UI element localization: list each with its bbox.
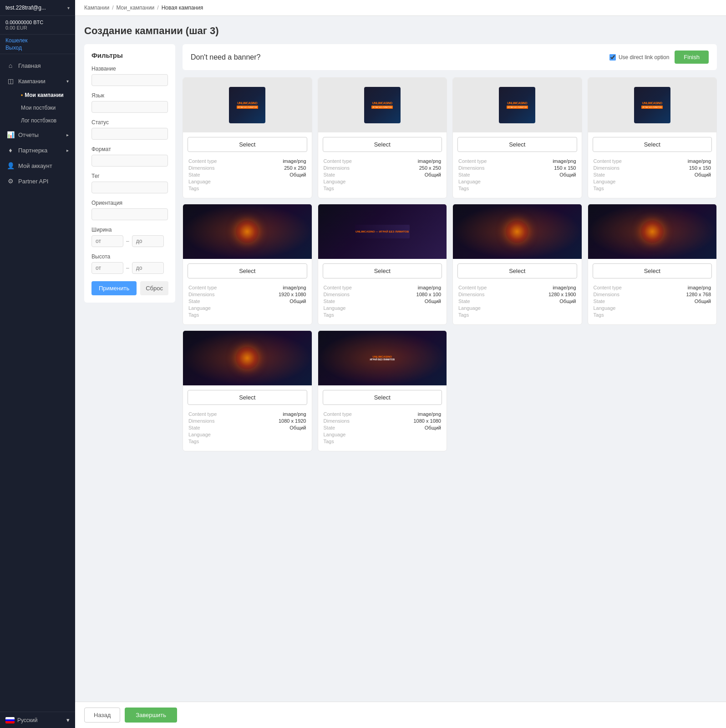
- direct-link-checkbox[interactable]: [609, 54, 616, 61]
- banner-preview-9: [183, 331, 312, 385]
- language-selector[interactable]: Русский ▾: [0, 712, 75, 728]
- banner-preview-8: [588, 204, 717, 259]
- banner-image-2: UNLIMCASINO ИГРАЙ БЕЗ ЛИМИТОВ: [364, 87, 401, 123]
- select-button-3[interactable]: Select: [457, 137, 577, 152]
- filter-label-status: Статус: [91, 119, 168, 126]
- breadcrumb-my-campaigns[interactable]: Мои_кампании: [116, 5, 154, 11]
- banner-meta-7: Content typeimage/png Dimensions1280 x 1…: [453, 283, 582, 324]
- banner-image-4: UNLIMCASINO ИГРАЙ БЕЗ ЛИМИТОВ: [634, 87, 670, 123]
- main-content: Кампании / Мои_кампании / Новая кампания…: [75, 0, 726, 728]
- breadcrumb-sep-2: /: [157, 5, 158, 11]
- banner-grid: UNLIMCASINO ИГРАЙ БЕЗ ЛИМИТОВ Select Con…: [183, 77, 717, 451]
- account-selector[interactable]: test.228traf@g... ▾: [0, 0, 75, 16]
- sidebar-item-campaigns[interactable]: ◫ Кампании ▾: [0, 73, 75, 89]
- banner-card-6: UNLIMCASINO — ИГРАЙ БЕЗ ЛИМИТОВ Select C…: [318, 204, 447, 325]
- filter-input-language[interactable]: [91, 101, 168, 113]
- meta-key-tags-1: Tags: [188, 186, 199, 191]
- reset-filters-button[interactable]: Сброс: [140, 281, 168, 295]
- filter-input-orientation[interactable]: [91, 208, 168, 220]
- apply-filters-button[interactable]: Применить: [91, 281, 137, 295]
- finish-main-button[interactable]: Завершить: [125, 708, 177, 723]
- banner-card-2: UNLIMCASINO ИГРАЙ БЕЗ ЛИМИТОВ Select Con…: [318, 77, 447, 198]
- filter-input-name[interactable]: [91, 74, 168, 86]
- filter-height-to[interactable]: [132, 262, 164, 274]
- filter-range-sep-height: –: [126, 265, 129, 271]
- banner-card-7: Select Content typeimage/png Dimensions1…: [452, 204, 582, 325]
- select-button-2[interactable]: Select: [323, 137, 442, 152]
- sidebar-item-home[interactable]: ⌂ Главная: [0, 58, 75, 73]
- sidebar-item-partner[interactable]: ♦ Партнерка ▸: [0, 142, 75, 158]
- logout-link[interactable]: Выход: [5, 45, 70, 51]
- banner-image-5: [183, 204, 312, 259]
- filter-group-name: Название: [91, 66, 168, 86]
- campaigns-icon: ◫: [6, 77, 15, 85]
- filter-input-tag[interactable]: [91, 182, 168, 193]
- filters-title: Фильтры: [91, 51, 168, 59]
- banner-area: Don't need a banner? Use direct link opt…: [183, 44, 717, 451]
- filter-width-from[interactable]: [91, 235, 123, 247]
- account-chevron-icon: ▾: [67, 5, 70, 10]
- account-email: test.228traf@g...: [5, 5, 46, 11]
- btc-balance: 0.00000000 BTC: [5, 20, 70, 25]
- finish-button-top[interactable]: Finish: [675, 51, 709, 64]
- filter-group-height: Высота –: [91, 253, 168, 274]
- banner-preview-6: UNLIMCASINO — ИГРАЙ БЕЗ ЛИМИТОВ: [318, 204, 447, 259]
- sidebar-item-partner-api[interactable]: ⚙ Partner API: [0, 173, 75, 189]
- banner-meta-4: Content typeimage/png Dimensions150 x 15…: [588, 157, 717, 198]
- my-account-label: Мой аккаунт: [18, 162, 52, 169]
- sidebar-item-postback-log[interactable]: Лог постбэков: [16, 114, 75, 127]
- banner-preview-10: UNLIMCASINO ИГРАЙ БЕЗ ЛИМИТОВ: [318, 331, 447, 385]
- eur-balance: 0.00 EUR: [5, 25, 70, 30]
- language-label: Русский: [17, 717, 64, 723]
- sidebar-item-reports[interactable]: 📊 Отчеты ▸: [0, 127, 75, 142]
- wallet-link[interactable]: Кошелек: [5, 37, 70, 44]
- banner-card-9: Select Content typeimage/png Dimensions1…: [183, 330, 312, 451]
- banner-card-5: Select Content typeimage/png Dimensions1…: [183, 204, 312, 325]
- banner-card-3: UNLIMCASINO ИГРАЙ БЕЗ ЛИМИТОВ Select Con…: [452, 77, 582, 198]
- breadcrumb-sep-1: /: [112, 5, 113, 11]
- banner-image-3: UNLIMCASINO ИГРАЙ БЕЗ ЛИМИТОВ: [499, 87, 535, 123]
- filter-width-to[interactable]: [132, 235, 164, 247]
- banner-preview-4: UNLIMCASINO ИГРАЙ БЕЗ ЛИМИТОВ: [588, 78, 717, 132]
- banner-meta-10: Content typeimage/png Dimensions1080 x 1…: [318, 410, 447, 451]
- breadcrumb: Кампании / Мои_кампании / Новая кампания: [75, 0, 726, 16]
- direct-link-checkbox-wrap: Use direct link option: [609, 54, 669, 61]
- select-button-8[interactable]: Select: [593, 263, 712, 278]
- sidebar-item-my-postbacks[interactable]: Мои постбэки: [16, 101, 75, 114]
- select-button-7[interactable]: Select: [457, 263, 577, 278]
- reports-icon: 📊: [6, 131, 15, 138]
- banner-card-1: UNLIMCASINO ИГРАЙ БЕЗ ЛИМИТОВ Select Con…: [183, 77, 312, 198]
- balance-section: 0.00000000 BTC 0.00 EUR: [0, 16, 75, 35]
- sidebar-item-my-campaigns[interactable]: Мои кампании: [16, 89, 75, 101]
- select-button-10[interactable]: Select: [323, 390, 442, 405]
- filter-height-from[interactable]: [91, 262, 123, 274]
- sidebar-item-my-account[interactable]: 👤 Мой аккаунт: [0, 158, 75, 173]
- select-button-6[interactable]: Select: [323, 263, 442, 278]
- page-title: Создание кампании (шаг 3): [84, 25, 717, 37]
- select-button-9[interactable]: Select: [188, 390, 307, 405]
- filter-label-name: Название: [91, 66, 168, 72]
- select-button-4[interactable]: Select: [593, 137, 712, 152]
- filter-input-status[interactable]: [91, 128, 168, 140]
- partner-api-icon: ⚙: [6, 177, 15, 185]
- banner-meta-9: Content typeimage/png Dimensions1080 x 1…: [183, 410, 312, 451]
- campaigns-label: Кампании: [18, 78, 46, 85]
- filter-label-language: Язык: [91, 92, 168, 99]
- breadcrumb-campaigns[interactable]: Кампании: [84, 5, 109, 11]
- select-button-5[interactable]: Select: [188, 263, 307, 278]
- back-button[interactable]: Назад: [84, 708, 120, 723]
- filter-range-sep-width: –: [126, 238, 129, 244]
- banner-image-10: UNLIMCASINO ИГРАЙ БЕЗ ЛИМИТОВ: [318, 331, 447, 385]
- filter-group-width: Ширина –: [91, 227, 168, 247]
- meta-key-lang-1: Language: [188, 179, 211, 184]
- filter-group-format: Формат: [91, 146, 168, 167]
- banner-meta-3: Content typeimage/png Dimensions150 x 15…: [453, 157, 582, 198]
- direct-link-checkbox-label: Use direct link option: [619, 54, 669, 61]
- my-campaigns-label: Мои кампании: [25, 92, 64, 98]
- select-button-1[interactable]: Select: [188, 137, 307, 152]
- filter-input-format[interactable]: [91, 155, 168, 167]
- filter-group-status: Статус: [91, 119, 168, 140]
- campaigns-submenu: Мои кампании Мои постбэки Лог постбэков: [0, 89, 75, 127]
- filter-group-language: Язык: [91, 92, 168, 113]
- my-account-icon: 👤: [6, 162, 15, 169]
